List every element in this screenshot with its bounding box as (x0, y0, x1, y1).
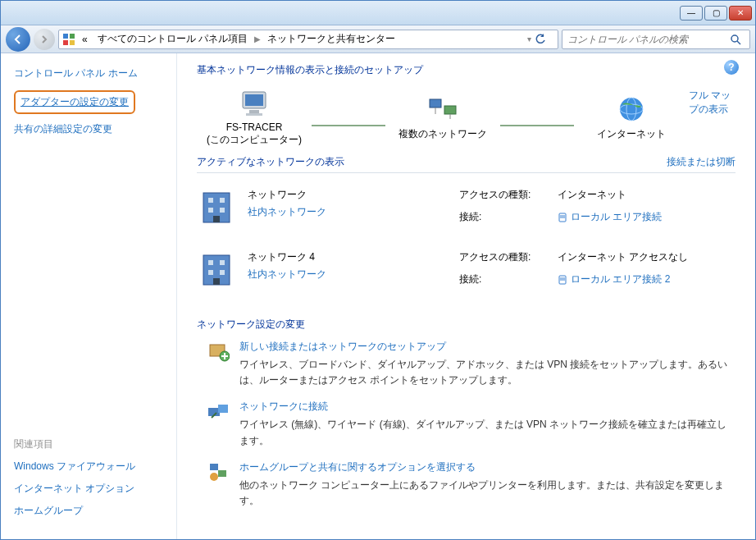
close-icon: ✕ (737, 8, 744, 17)
connect-network-icon (207, 400, 230, 423)
arrow-right-icon (39, 34, 49, 44)
network-settings-heading: ネットワーク設定の変更 (197, 318, 736, 332)
search-input[interactable] (562, 34, 730, 45)
access-type-value: インターネット (558, 188, 626, 202)
arrow-left-icon (12, 34, 24, 45)
full-map-link[interactable]: フル マップの表示 (689, 89, 736, 117)
main-content: ? 基本ネットワーク情報の表示と接続のセットアップ FS-TRACER (このコ… (177, 53, 755, 539)
search-icon (730, 34, 741, 45)
access-type-value: インターネット アクセスなし (558, 250, 688, 264)
internet-options-link[interactable]: インターネット オプション (14, 482, 163, 496)
page-title: 基本ネットワーク情報の表示と接続のセットアップ (197, 63, 736, 77)
access-type-label: アクセスの種類: (459, 250, 541, 264)
work-network-icon (197, 188, 236, 227)
svg-rect-22 (213, 216, 220, 222)
svg-rect-2 (63, 40, 68, 45)
active-networks-heading: アクティブなネットワークの表示 (197, 155, 344, 169)
svg-rect-32 (213, 278, 220, 285)
svg-rect-29 (220, 260, 225, 265)
svg-rect-8 (249, 110, 259, 113)
computer-icon (238, 89, 271, 118)
networks-icon (426, 94, 459, 124)
chevron-right-icon: ▶ (254, 34, 261, 43)
svg-line-5 (737, 41, 740, 44)
help-button[interactable]: ? (724, 60, 739, 75)
connection-link[interactable]: ローカル エリア接続 2 (558, 272, 670, 286)
advanced-sharing-link[interactable]: 共有の詳細設定の変更 (14, 122, 163, 136)
ethernet-icon (558, 212, 567, 223)
homegroup-options-link[interactable]: ホームグループと共有に関するオプションを選択する (239, 460, 736, 474)
breadcrumb-current[interactable]: ネットワークと共有センター (264, 30, 398, 48)
svg-rect-30 (208, 270, 213, 275)
setup-connection-desc: ワイヤレス、ブロードバンド、ダイヤルアップ、アドホック、または VPN 接続をセ… (239, 357, 736, 388)
connection-label: 接続: (459, 272, 541, 286)
svg-rect-44 (218, 470, 226, 477)
map-connector (312, 125, 385, 126)
ethernet-icon (558, 274, 567, 286)
svg-rect-11 (444, 106, 456, 114)
svg-point-45 (210, 473, 218, 481)
svg-rect-43 (210, 464, 218, 470)
back-button[interactable] (6, 27, 30, 52)
network-type-link[interactable]: 社内ネットワーク (248, 268, 326, 281)
search-button[interactable] (730, 34, 749, 45)
close-button[interactable]: ✕ (729, 6, 752, 21)
connect-network-link[interactable]: ネットワークに接続 (239, 400, 736, 414)
globe-icon (615, 94, 648, 124)
map-node-label: インターネット (597, 127, 666, 141)
control-panel-home-link[interactable]: コントロール パネル ホーム (14, 66, 163, 80)
map-node-sublabel: (このコンピューター) (207, 133, 302, 147)
dropdown-icon[interactable]: ▾ (527, 34, 531, 43)
setup-connection-link[interactable]: 新しい接続またはネットワークのセットアップ (239, 340, 736, 354)
setup-connection-item: 新しい接続またはネットワークのセットアップ ワイヤレス、ブロードバンド、ダイヤル… (197, 340, 736, 388)
svg-rect-28 (208, 260, 213, 265)
map-node-label: FS-TRACER (226, 121, 283, 133)
network-name: ネットワーク (248, 188, 326, 202)
setup-connection-icon (207, 340, 230, 363)
svg-rect-7 (245, 94, 263, 106)
svg-rect-20 (208, 208, 213, 213)
forward-button (34, 29, 55, 50)
breadcrumb-prefix[interactable]: « (79, 32, 91, 47)
network-type-link[interactable]: 社内ネットワーク (248, 205, 326, 219)
map-node-label: 複数のネットワーク (398, 127, 487, 141)
minimize-button[interactable]: — (680, 6, 703, 21)
svg-rect-10 (430, 99, 441, 108)
maximize-button[interactable]: ▢ (704, 6, 727, 21)
connect-network-desc: ワイヤレス (無線)、ワイヤード (有線)、ダイヤルアップ、または VPN ネッ… (239, 417, 736, 448)
firewall-link[interactable]: Windows ファイアウォール (14, 460, 163, 474)
svg-point-4 (731, 35, 738, 42)
map-connector (500, 125, 574, 126)
network-name: ネットワーク 4 (248, 250, 326, 264)
breadcrumb-control-panel[interactable]: すべてのコントロール パネル項目 (94, 30, 251, 48)
svg-rect-0 (63, 34, 68, 39)
homegroup-options-desc: 他のネットワーク コンピューター上にあるファイルやプリンターを利用します。または… (239, 478, 736, 509)
svg-rect-9 (246, 113, 262, 116)
map-node-internet: インターネット (574, 94, 689, 141)
adapter-settings-link[interactable]: アダプターの設定の変更 (14, 90, 135, 114)
svg-point-14 (620, 98, 643, 121)
homegroup-icon (207, 460, 230, 483)
address-bar[interactable]: « すべてのコントロール パネル項目 ▶ ネットワークと共有センター ▾ (58, 30, 558, 49)
minimize-icon: — (687, 8, 695, 17)
svg-rect-31 (220, 270, 225, 275)
homegroup-link[interactable]: ホームグループ (14, 504, 163, 518)
search-bar[interactable] (562, 30, 750, 49)
connection-label: 接続: (459, 210, 541, 224)
connect-network-item: ネットワークに接続 ワイヤレス (無線)、ワイヤード (有線)、ダイヤルアップ、… (197, 400, 736, 448)
connection-link[interactable]: ローカル エリア接続 (558, 210, 662, 224)
svg-rect-18 (208, 198, 213, 203)
network-center-icon (62, 33, 75, 46)
access-type-label: アクセスの種類: (459, 188, 541, 202)
network-entry: ネットワーク 社内ネットワーク アクセスの種類: インターネット 接続: ローカ… (197, 181, 736, 244)
network-map: FS-TRACER (このコンピューター) 複数のネットワーク インターネット (197, 89, 736, 147)
svg-rect-3 (70, 40, 75, 45)
maximize-icon: ▢ (713, 8, 720, 17)
connect-disconnect-link[interactable]: 接続または切断 (667, 155, 736, 169)
svg-rect-1 (70, 34, 75, 39)
svg-rect-21 (220, 208, 225, 213)
homegroup-options-item: ホームグループと共有に関するオプションを選択する 他のネットワーク コンピュータ… (197, 460, 736, 509)
sidebar: コントロール パネル ホーム アダプターの設定の変更 共有の詳細設定の変更 関連… (1, 53, 177, 539)
work-network-icon (197, 250, 236, 290)
refresh-button[interactable] (535, 34, 554, 45)
